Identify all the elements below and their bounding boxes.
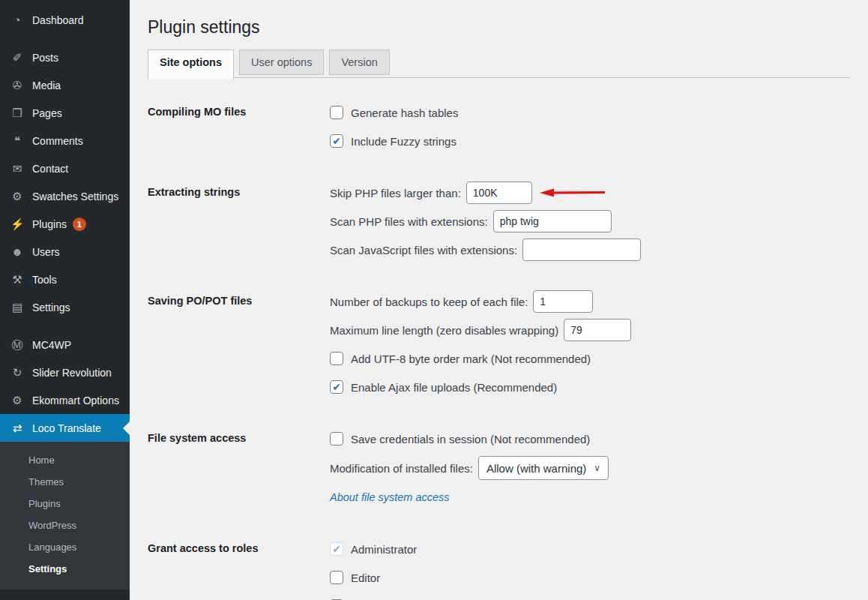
sidebar-item-mc4wp[interactable]: ⓂMC4WP [0, 331, 130, 358]
sidebar-item-label: MC4WP [32, 339, 71, 351]
chevron-down-icon: ∨ [594, 463, 600, 473]
submenu-item-plugins[interactable]: Plugins [0, 493, 130, 514]
wrench-icon: ⚒ [9, 274, 25, 285]
settings-icon: ▤ [9, 302, 25, 313]
sidebar-item-label: Contact [32, 163, 68, 175]
form-row: About file system access [330, 486, 850, 508]
checkbox-editor[interactable] [330, 571, 343, 584]
input-scan-php-files-with-extensions[interactable] [493, 210, 612, 232]
input-scan-javascript-files-with-extensions[interactable] [522, 238, 641, 261]
pages-icon: ❐ [9, 107, 25, 118]
checkbox-generate-hash-tables[interactable] [330, 106, 343, 119]
form-row: Add UTF-8 byte order mark (Not recommend… [330, 347, 850, 370]
sidebar-item-users[interactable]: ☻Users [0, 238, 130, 266]
form-row: Scan JavaScript files with extensions: [330, 238, 850, 261]
checkbox-label: Save credentials in session (Not recomme… [351, 433, 590, 446]
section-label: Grant access to roles [148, 538, 330, 600]
sidebar-item-label: Ekommart Options [32, 394, 119, 406]
checkbox-label: Generate hash tables [351, 106, 458, 119]
field-label: Number of backups to keep of each file: [330, 296, 528, 308]
sidebar-item-ekommart-options[interactable]: ⚙Ekommart Options [0, 386, 130, 414]
form-row: Skip PHP files larger than: [330, 182, 850, 204]
checkbox-label: Administrator [351, 543, 417, 556]
sidebar-item-label: Users [32, 246, 60, 258]
pushpin-icon: ✐ [9, 52, 25, 63]
sidebar-item-label: Posts [32, 52, 58, 64]
media-icon: ✇ [9, 80, 25, 91]
sidebar-item-plugins[interactable]: ⚡Plugins1 [0, 210, 130, 238]
gear-icon: ⚙ [9, 394, 25, 406]
select-modification-of-installed-files[interactable]: Allow (with warning)∨ [478, 456, 609, 480]
plugin-icon: ⚡ [9, 218, 25, 230]
sidebar-item-contact[interactable]: ✉Contact [0, 154, 130, 182]
checkbox-include-fuzzy-strings[interactable]: ✔ [330, 134, 343, 148]
gear-icon: ⚙ [9, 190, 25, 202]
sidebar-item-loco-translate[interactable]: ⇄Loco Translate [0, 414, 130, 442]
tab-version[interactable]: Version [329, 50, 389, 75]
sidebar-item-media[interactable]: ✇Media [0, 71, 130, 99]
user-icon: ☻ [9, 246, 25, 257]
form-row: Save credentials in session (Not recomme… [330, 428, 850, 450]
form-row: ✔Enable Ajax file uploads (Recommended) [330, 376, 850, 398]
translate-icon: ⇄ [9, 422, 25, 434]
current-menu-arrow [123, 422, 130, 435]
rotate-arrows-icon: ↻ [9, 367, 25, 378]
form-row: Scan PHP files with extensions: [330, 210, 850, 232]
checkbox-enable-ajax-file-uploads-recommended[interactable]: ✔ [330, 380, 343, 394]
sidebar-item-pages[interactable]: ❐Pages [0, 99, 130, 127]
field-label: Modification of installed files: [330, 462, 473, 475]
section-label: Saving PO/POT files [148, 290, 330, 404]
input-maximum-line-length-zero-disables-wrapping[interactable] [564, 319, 631, 341]
input-number-of-backups-to-keep-of-each-file[interactable] [533, 290, 593, 313]
sidebar-item-label: Settings [32, 302, 70, 314]
sidebar-item-label: Swatches Settings [32, 190, 118, 202]
settings-section-grant-access-to-roles: Grant access to roles✔AdministratorEdito… [148, 538, 850, 600]
main-content: Plugin settings Site optionsUser options… [130, 0, 868, 600]
sidebar-item-tools[interactable]: ⚒Tools [0, 266, 130, 293]
sidebar-item-label: Media [32, 80, 61, 92]
tab-site-options[interactable]: Site options [148, 50, 234, 80]
sidebar-item-comments[interactable]: ❝Comments [0, 127, 130, 154]
submenu-item-themes[interactable]: Themes [0, 471, 130, 493]
field-label: Skip PHP files larger than: [330, 187, 461, 200]
red-arrow-annotation [538, 187, 607, 199]
settings-section-compiling-mo-files: Compiling MO filesGenerate hash tables✔I… [148, 101, 850, 158]
form-row: Maximum line length (zero disables wrapp… [330, 319, 850, 341]
settings-tabbar: Site optionsUser optionsVersion [148, 50, 850, 78]
comment-icon: ❝ [9, 135, 25, 146]
checkbox-save-credentials-in-session-not-recommended[interactable] [330, 432, 343, 446]
sidebar-item-settings[interactable]: ▤Settings [0, 293, 130, 321]
sidebar-item-label: Comments [32, 135, 83, 147]
settings-form: Compiling MO filesGenerate hash tables✔I… [148, 101, 850, 600]
submenu-item-home[interactable]: Home [0, 449, 130, 471]
section-label: Compiling MO files [148, 101, 330, 158]
sidebar-item-label: Loco Translate [32, 422, 101, 434]
envelope-icon: ✉ [9, 163, 25, 174]
submenu-item-settings[interactable]: Settings [0, 558, 130, 580]
settings-section-file-system-access: File system accessSave credentials in se… [148, 428, 850, 514]
page-title: Plugin settings [148, 16, 850, 38]
admin-sidebar: ◔Dashboard✐Posts✇Media❐Pages❝Comments✉Co… [0, 0, 130, 600]
field-label: Scan PHP files with extensions: [330, 215, 488, 228]
form-row: Author [330, 595, 850, 600]
form-row: ✔Administrator [330, 538, 850, 560]
sidebar-item-label: Dashboard [32, 14, 84, 26]
select-value: Allow (with warning) [486, 462, 586, 475]
sidebar-item-dashboard[interactable]: ◔Dashboard [0, 6, 130, 34]
input-skip-php-files-larger-than[interactable] [466, 182, 532, 204]
submenu-item-languages[interactable]: Languages [0, 536, 130, 558]
checkbox-add-utf-8-byte-order-mark-not-recommended[interactable] [330, 352, 343, 365]
sidebar-item-slider-revolution[interactable]: ↻Slider Revolution [0, 358, 130, 386]
submenu-item-wordpress[interactable]: WordPress [0, 514, 130, 536]
loco-translate-submenu: HomeThemesPluginsWordPressLanguagesSetti… [0, 442, 130, 590]
about-file-system-access-link[interactable]: About file system access [330, 491, 450, 503]
sidebar-item-label: Slider Revolution [32, 367, 112, 379]
form-row: Modification of installed files:Allow (w… [330, 456, 850, 480]
checkbox-label: Include Fuzzy strings [351, 135, 456, 148]
sidebar-item-posts[interactable]: ✐Posts [0, 44, 130, 71]
field-label: Maximum line length (zero disables wrapp… [330, 324, 558, 337]
sidebar-item-swatches-settings[interactable]: ⚙Swatches Settings [0, 182, 130, 210]
tab-user-options[interactable]: User options [239, 50, 324, 75]
checkbox-label: Editor [351, 572, 380, 584]
mc4wp-icon: Ⓜ [9, 339, 25, 350]
